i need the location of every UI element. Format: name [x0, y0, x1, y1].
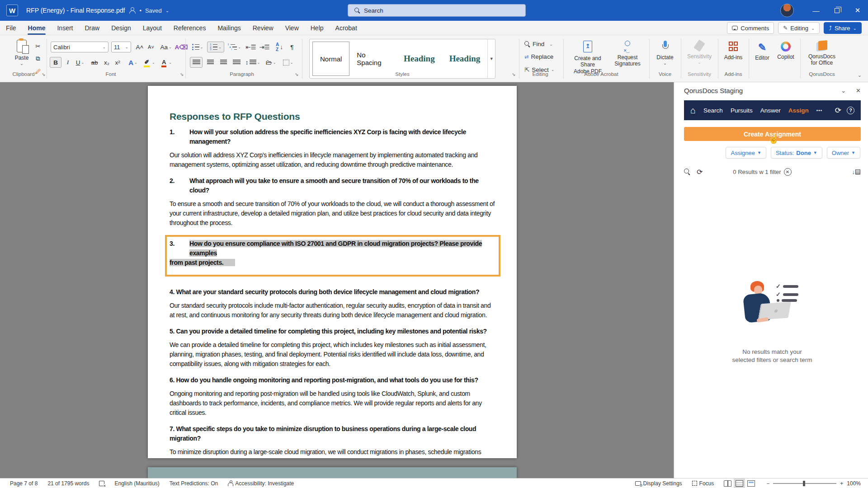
- tab-layout[interactable]: Layout: [137, 21, 168, 35]
- read-mode-view-button[interactable]: [724, 480, 731, 487]
- document-canvas[interactable]: Responses to RFP Questions 1.How will yo…: [0, 82, 674, 478]
- superscript-button[interactable]: x²: [112, 57, 123, 68]
- text-effects-button[interactable]: A⌄: [126, 57, 140, 68]
- help-icon[interactable]: ?: [847, 107, 854, 114]
- document-page-7[interactable]: Responses to RFP Questions 1.How will yo…: [148, 86, 517, 458]
- zoom-in-button[interactable]: +: [840, 480, 843, 487]
- web-layout-view-button[interactable]: [747, 480, 755, 487]
- status-filter-button[interactable]: Status:Done▼: [771, 147, 822, 159]
- shrink-font-button[interactable]: A˅: [146, 42, 156, 52]
- multilevel-list-button[interactable]: 1ai⌄: [226, 42, 242, 52]
- saved-chevron-icon[interactable]: ⌄: [165, 8, 169, 13]
- increase-indent-button[interactable]: ⇥☰: [259, 42, 270, 52]
- display-settings-button[interactable]: Display Settings: [635, 480, 682, 487]
- nav-answer[interactable]: Answer: [760, 107, 781, 114]
- tab-acrobat[interactable]: Acrobat: [330, 21, 363, 35]
- show-paragraph-marks-button[interactable]: ¶: [288, 42, 297, 52]
- tab-review[interactable]: Review: [247, 21, 279, 35]
- zoom-slider[interactable]: [773, 483, 836, 484]
- underline-button[interactable]: U⌄: [73, 57, 87, 68]
- decrease-indent-button[interactable]: ⇤☰: [245, 42, 257, 52]
- cut-button[interactable]: ✂: [33, 41, 43, 52]
- font-size-combo[interactable]: 11⌄: [111, 42, 131, 52]
- owner-filter-button[interactable]: Owner▼: [827, 147, 860, 159]
- font-color-button[interactable]: A⌄: [159, 57, 175, 68]
- tab-help[interactable]: Help: [305, 21, 330, 35]
- tab-mailings[interactable]: Mailings: [212, 21, 246, 35]
- home-icon[interactable]: ⌂: [690, 106, 696, 115]
- style-no-spacing[interactable]: No Spacing: [349, 42, 396, 76]
- bold-button[interactable]: B: [50, 57, 61, 68]
- font-dialog-launcher[interactable]: ⇘: [180, 72, 184, 77]
- close-button[interactable]: ✕: [847, 0, 868, 21]
- borders-button[interactable]: ⌄: [280, 57, 296, 68]
- text-predictions[interactable]: Text Predictions: On: [170, 480, 218, 487]
- style-heading1[interactable]: Heading: [396, 42, 442, 76]
- clear-filter-icon[interactable]: ✕: [784, 168, 792, 176]
- replace-button[interactable]: ⮂Replace: [524, 53, 553, 60]
- assignee-filter-button[interactable]: Assignee▼: [726, 147, 766, 159]
- change-case-button[interactable]: Aa⌄: [158, 42, 174, 52]
- copy-button[interactable]: ⧉: [33, 53, 43, 64]
- align-right-button[interactable]: [217, 57, 229, 68]
- highlight-color-button[interactable]: ✐⌄: [142, 57, 157, 68]
- style-heading2[interactable]: Heading: [442, 42, 488, 76]
- clipboard-dialog-launcher[interactable]: ⇘: [42, 72, 45, 77]
- share-button[interactable]: ⤴ Share ⌄: [824, 22, 862, 34]
- search-box[interactable]: Search: [348, 4, 526, 17]
- sort-button[interactable]: AZ↓: [273, 42, 286, 52]
- dictate-button[interactable]: Dictate ⌄: [653, 41, 677, 66]
- tab-references[interactable]: References: [168, 21, 212, 35]
- sort-by-date-icon[interactable]: ↓: [852, 169, 860, 175]
- qorusdocs-for-office-button[interactable]: QorusDocsfor Office: [804, 41, 840, 66]
- print-layout-view-button[interactable]: [736, 480, 743, 487]
- nav-assign[interactable]: Assign: [788, 107, 809, 114]
- tab-home[interactable]: Home: [22, 21, 52, 35]
- style-normal[interactable]: Normal: [312, 42, 349, 76]
- nav-search[interactable]: Search: [703, 107, 723, 114]
- justify-button[interactable]: [231, 57, 242, 68]
- word-count[interactable]: 21 of 1795 words: [47, 480, 89, 487]
- zoom-out-button[interactable]: −: [766, 480, 769, 487]
- paragraph-dialog-launcher[interactable]: ⇘: [295, 72, 298, 77]
- shading-button[interactable]: 🗁⌄: [263, 57, 278, 68]
- editor-button[interactable]: ✎ Editor: [751, 42, 773, 61]
- panel-search-icon[interactable]: [684, 169, 690, 175]
- tab-file[interactable]: File: [0, 21, 22, 35]
- sync-icon[interactable]: ⟳: [835, 106, 841, 115]
- nav-pursuits[interactable]: Pursuits: [731, 107, 753, 114]
- find-button[interactable]: Find⌄: [524, 41, 553, 47]
- language-indicator[interactable]: English (Mauritius): [114, 480, 159, 487]
- saved-status[interactable]: Saved: [145, 7, 162, 14]
- accessibility-status[interactable]: Accessibility: Investigate: [228, 480, 294, 487]
- page-indicator[interactable]: Page 7 of 8: [10, 480, 38, 487]
- styles-gallery-more-button[interactable]: ▼: [487, 39, 495, 78]
- bullets-button[interactable]: ⌄: [190, 42, 205, 52]
- italic-button[interactable]: I: [63, 57, 73, 68]
- task-pane-close-icon[interactable]: ✕: [856, 87, 861, 94]
- styles-dialog-launcher[interactable]: ⇘: [512, 72, 515, 77]
- user-avatar[interactable]: [780, 4, 794, 17]
- align-center-button[interactable]: [204, 57, 216, 68]
- minimize-button[interactable]: —: [806, 0, 826, 21]
- create-share-adobe-pdf-button[interactable]: Create and ShareAdobe PDF: [567, 41, 608, 75]
- collapse-ribbon-chevron[interactable]: ⌄: [858, 72, 862, 78]
- word-logo-icon[interactable]: W: [6, 5, 18, 16]
- comments-button[interactable]: Comments: [727, 22, 774, 34]
- nav-more-icon[interactable]: •••: [816, 108, 823, 113]
- strikethrough-button[interactable]: ab: [89, 57, 100, 68]
- editing-mode-button[interactable]: ✎ Editing ⌄: [778, 22, 820, 34]
- zoom-level[interactable]: 100%: [847, 480, 861, 487]
- align-left-button[interactable]: [190, 57, 203, 68]
- focus-button[interactable]: Focus: [692, 480, 714, 487]
- refresh-icon[interactable]: ⟳: [697, 168, 703, 176]
- proofing-errors-icon[interactable]: [99, 481, 104, 486]
- copilot-button[interactable]: Copilot: [774, 42, 797, 60]
- line-spacing-button[interactable]: ↕⌄: [245, 57, 260, 68]
- restore-button[interactable]: [826, 0, 847, 21]
- numbering-button[interactable]: 123⌄: [207, 42, 224, 52]
- font-name-combo[interactable]: Calibri⌄: [51, 42, 108, 52]
- paste-button[interactable]: Paste ⌄: [11, 40, 33, 66]
- tab-view[interactable]: View: [279, 21, 305, 35]
- tab-draw[interactable]: Draw: [79, 21, 105, 35]
